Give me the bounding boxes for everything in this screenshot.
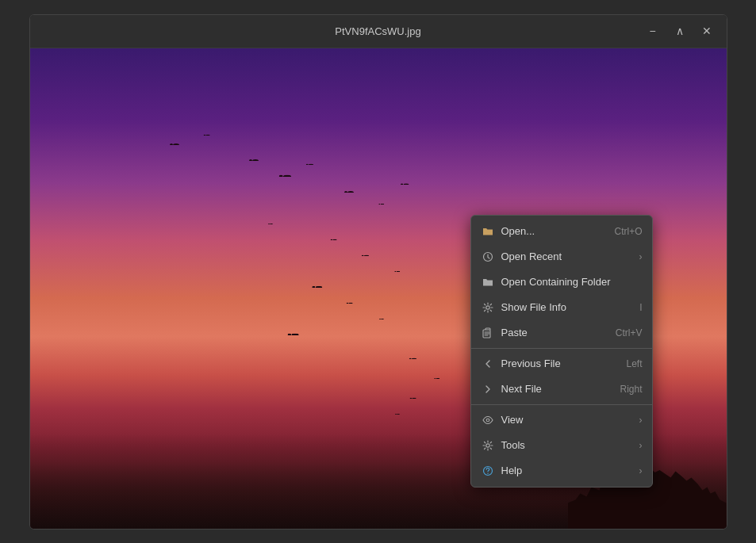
minimize-button[interactable]: − xyxy=(643,21,663,41)
tools-label: Tools xyxy=(501,439,636,451)
next-file-label: Next File xyxy=(501,383,611,395)
bird-decoration xyxy=(291,333,299,337)
open-recent-arrow: › xyxy=(639,251,643,262)
open-folder-label: Open Containing Folder xyxy=(501,276,643,288)
show-file-info-label: Show File Info xyxy=(501,301,631,313)
bird-decoration xyxy=(412,397,416,400)
bird-decoration xyxy=(315,285,322,289)
window-title: PtVN9fACsWU.jpg xyxy=(335,25,420,37)
separator-2 xyxy=(471,404,652,405)
bird-decoration xyxy=(436,377,439,379)
close-button[interactable]: ✕ xyxy=(697,21,717,41)
paste-shortcut: Ctrl+V xyxy=(616,327,643,338)
paste-icon xyxy=(481,326,495,340)
folder-icon xyxy=(481,224,495,239)
tools-arrow: › xyxy=(639,440,643,451)
view-arrow: › xyxy=(639,415,643,426)
bird-decoration xyxy=(411,358,416,360)
menu-item-open[interactable]: Open... Ctrl+O xyxy=(471,219,652,244)
menu-item-open-recent[interactable]: Open Recent › xyxy=(471,244,652,270)
svg-point-3 xyxy=(486,419,489,422)
previous-file-shortcut: Left xyxy=(626,358,642,369)
menu-item-next-file[interactable]: Next File Right xyxy=(471,377,652,402)
bird-decoration xyxy=(397,414,400,415)
window-controls: − ∧ ✕ xyxy=(643,21,717,41)
menu-item-view[interactable]: View › xyxy=(471,407,652,433)
menu-item-previous-file[interactable]: Previous File Left xyxy=(471,351,652,377)
bird-decoration xyxy=(348,302,353,304)
bird-decoration xyxy=(396,270,400,272)
open-label: Open... xyxy=(501,225,605,237)
menu-item-open-folder[interactable]: Open Containing Folder xyxy=(471,270,652,295)
chevron-left-icon xyxy=(481,357,495,371)
bird-decoration xyxy=(282,174,290,178)
eye-icon xyxy=(481,413,495,427)
help-label: Help xyxy=(501,465,636,476)
svg-point-1 xyxy=(485,305,489,308)
separator-1 xyxy=(471,348,652,349)
menu-item-help[interactable]: Help › xyxy=(471,458,652,484)
show-file-info-shortcut: I xyxy=(639,302,642,313)
svg-point-6 xyxy=(487,472,488,473)
menu-item-show-file-info[interactable]: Show File Info I xyxy=(471,295,652,320)
paste-label: Paste xyxy=(501,327,606,338)
svg-point-4 xyxy=(485,443,489,446)
bird-decoration xyxy=(205,134,210,136)
chevron-right-icon xyxy=(481,382,495,396)
question-icon xyxy=(481,464,495,478)
menu-item-paste[interactable]: Paste Ctrl+V xyxy=(471,320,652,346)
bird-decoration xyxy=(252,159,259,163)
titlebar: PtVN9fACsWU.jpg − ∧ ✕ xyxy=(30,15,727,48)
bird-decoration xyxy=(381,319,384,320)
bird-decoration xyxy=(270,224,273,225)
menu-item-tools[interactable]: Tools › xyxy=(471,433,652,458)
help-arrow: › xyxy=(639,465,643,476)
main-window: PtVN9fACsWU.jpg − ∧ ✕ xyxy=(29,14,727,530)
clock-icon xyxy=(481,250,495,264)
gear-icon xyxy=(481,300,495,315)
context-menu: Open... Ctrl+O Open Recent › xyxy=(470,215,653,488)
open-recent-label: Open Recent xyxy=(501,250,636,262)
view-label: View xyxy=(501,414,636,426)
bird-decoration xyxy=(347,191,354,194)
bird-decoration xyxy=(308,163,313,166)
bird-decoration xyxy=(363,254,368,257)
open-shortcut: Ctrl+O xyxy=(614,226,642,237)
maximize-button[interactable]: ∧ xyxy=(670,21,690,41)
previous-file-label: Previous File xyxy=(501,358,617,369)
bird-decoration xyxy=(332,239,337,241)
folder2-icon xyxy=(481,275,495,289)
bird-decoration xyxy=(380,203,384,205)
bird-decoration xyxy=(403,183,409,186)
gear2-icon xyxy=(481,438,495,453)
image-area[interactable]: Open... Ctrl+O Open Recent › xyxy=(30,48,727,529)
bird-decoration xyxy=(173,143,179,147)
next-file-shortcut: Right xyxy=(620,384,642,395)
